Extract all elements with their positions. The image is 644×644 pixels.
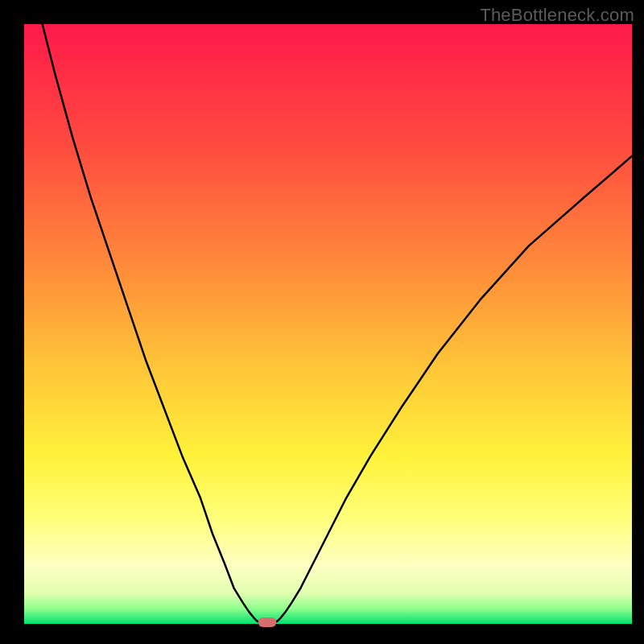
watermark-text: TheBottleneck.com [480,5,634,26]
bottleneck-chart [0,0,644,644]
chart-container [0,0,644,644]
minimum-marker [258,617,277,627]
